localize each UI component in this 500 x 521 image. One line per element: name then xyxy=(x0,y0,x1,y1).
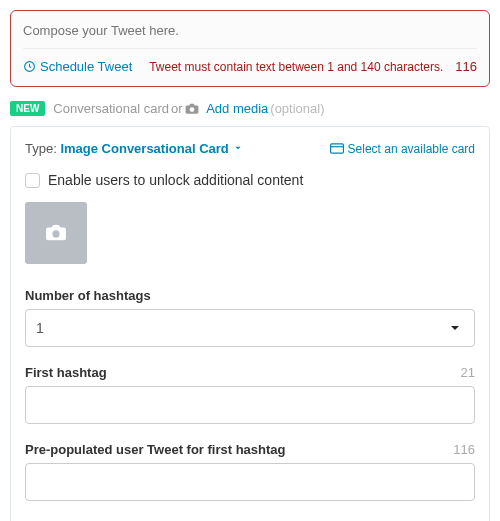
first-hashtag-label-row: First hashtag 21 xyxy=(25,365,475,380)
svg-point-4 xyxy=(52,230,59,237)
clock-icon xyxy=(23,60,36,73)
camera-icon xyxy=(185,103,199,115)
subhead-optional: (optional) xyxy=(270,101,324,116)
card-type-selector[interactable]: Type: Image Conversational Card xyxy=(25,141,244,156)
svg-point-1 xyxy=(189,107,194,112)
type-value: Image Conversational Card xyxy=(60,141,228,156)
new-badge: NEW xyxy=(10,101,45,116)
compose-tweet-box: Schedule Tweet Tweet must contain text b… xyxy=(10,10,490,87)
select-available-card-link[interactable]: Select an available card xyxy=(330,142,475,156)
type-prefix: Type: xyxy=(25,141,60,156)
compose-char-count: 116 xyxy=(455,59,477,74)
select-card-label: Select an available card xyxy=(348,142,475,156)
card-top-row: Type: Image Conversational Card Select a… xyxy=(25,141,475,156)
subhead-text-a: Conversational card xyxy=(53,101,169,116)
schedule-tweet-link[interactable]: Schedule Tweet xyxy=(23,59,132,74)
subhead-or: or xyxy=(171,101,183,116)
enable-unlock-row: Enable users to unlock additional conten… xyxy=(25,172,475,188)
image-upload-button[interactable] xyxy=(25,202,87,264)
compose-error-text: Tweet must contain text between 1 and 14… xyxy=(149,60,443,74)
chevron-down-icon xyxy=(232,141,244,156)
svg-rect-2 xyxy=(330,144,343,153)
enable-unlock-label: Enable users to unlock additional conten… xyxy=(48,172,303,188)
prepop-count: 116 xyxy=(453,442,475,457)
num-hashtags-select[interactable] xyxy=(25,309,475,347)
card-icon xyxy=(330,143,344,154)
prepop-label: Pre-populated user Tweet for first hasht… xyxy=(25,442,286,457)
enable-unlock-checkbox[interactable] xyxy=(25,173,40,188)
num-hashtags-select-wrap xyxy=(25,309,475,347)
num-hashtags-label: Number of hashtags xyxy=(25,288,151,303)
first-hashtag-label: First hashtag xyxy=(25,365,107,380)
compose-input[interactable] xyxy=(23,23,477,49)
schedule-tweet-label: Schedule Tweet xyxy=(40,59,132,74)
camera-upload-icon xyxy=(45,224,67,242)
first-hashtag-input[interactable] xyxy=(25,386,475,424)
num-hashtags-label-row: Number of hashtags xyxy=(25,288,475,303)
prepop-input[interactable] xyxy=(25,463,475,501)
card-panel: Type: Image Conversational Card Select a… xyxy=(10,126,490,521)
first-hashtag-count: 21 xyxy=(461,365,475,380)
add-media-link[interactable]: Add media xyxy=(206,101,268,116)
prepop-label-row: Pre-populated user Tweet for first hasht… xyxy=(25,442,475,457)
compose-footer: Schedule Tweet Tweet must contain text b… xyxy=(23,59,477,74)
card-subhead: NEW Conversational card or Add media (op… xyxy=(10,101,490,116)
compose-error-row: Tweet must contain text between 1 and 14… xyxy=(149,59,477,74)
